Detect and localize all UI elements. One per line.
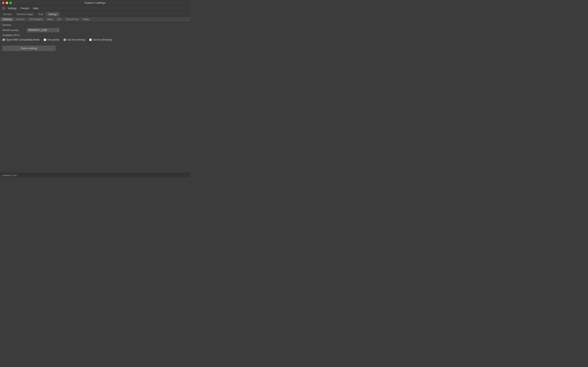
use-priority-checkbox[interactable] xyxy=(44,39,46,41)
subtab-other[interactable]: Other xyxy=(45,17,55,21)
priority-select[interactable]: PRIORITY_LOW ▾ xyxy=(27,28,60,32)
render-priority-row: Render priority PRIORITY_LOW ▾ xyxy=(2,28,187,32)
minimize-button[interactable] xyxy=(6,2,8,4)
main-content: Devices Render priority PRIORITY_LOW ▾ A… xyxy=(0,22,190,173)
gpu-checkbox-item[interactable]: Gpu0:AMD Compatibility Mode xyxy=(2,38,40,41)
use-for-tonemap-label: Use for tonemap xyxy=(67,38,85,41)
window-title: Octane X settings xyxy=(85,1,105,4)
menu-presets[interactable]: Presets xyxy=(19,7,31,10)
gpu-label: Gpu0:AMD Compatibility Mode xyxy=(6,38,40,41)
use-priority-checkbox-item[interactable]: Use priority xyxy=(44,38,60,41)
gpu-row: Gpu0:AMD Compatibility Mode Use priority… xyxy=(2,38,187,41)
subtab-devices[interactable]: Devices xyxy=(1,17,14,21)
use-for-denoising-checkbox-item[interactable]: Use for denoising xyxy=(89,38,112,41)
tab-camera-imager[interactable]: Camera Imager xyxy=(14,12,36,17)
window-controls xyxy=(2,2,12,4)
menubar: ☰ Settings Presets Help xyxy=(0,6,190,11)
tab-kernels[interactable]: Kernels xyxy=(1,12,14,17)
menu-help[interactable]: Help xyxy=(31,7,40,10)
close-button[interactable] xyxy=(2,2,4,4)
devices-section-title: Devices xyxy=(2,24,187,26)
gpu-checkbox[interactable] xyxy=(2,39,5,41)
subtab-account[interactable]: Account xyxy=(14,17,26,21)
priority-value: PRIORITY_LOW xyxy=(28,29,47,32)
status-text: Updated: 0 ms. xyxy=(2,174,17,176)
device-settings-button[interactable]: Device settings xyxy=(2,46,56,51)
tab-settings[interactable]: Settings xyxy=(46,12,60,17)
available-gpus-label: Available GPUs xyxy=(2,34,187,37)
subtab-env[interactable]: Env. xyxy=(55,17,64,21)
tabbar: Kernels Camera Imager Post Settings xyxy=(0,11,190,17)
subtab-out-of-core[interactable]: Out-of-core xyxy=(64,17,80,21)
subtabbar: Devices Account C4D shaders Other Env. O… xyxy=(0,17,190,22)
titlebar: Octane X settings xyxy=(0,0,190,6)
use-for-tonemap-checkbox-item[interactable]: Use for tonemap xyxy=(63,38,85,41)
use-for-tonemap-checkbox[interactable] xyxy=(63,39,66,41)
use-priority-label: Use priority xyxy=(47,38,60,41)
subtab-nodes[interactable]: Nodes xyxy=(80,17,92,21)
menu-icon[interactable]: ☰ xyxy=(2,7,5,10)
use-for-denoising-checkbox[interactable] xyxy=(89,39,92,41)
tab-post[interactable]: Post xyxy=(36,12,46,17)
statusbar: Updated: 0 ms. xyxy=(0,173,190,177)
subtab-c4d-shaders[interactable]: C4D shaders xyxy=(26,17,45,21)
menu-settings[interactable]: Settings xyxy=(6,7,18,10)
render-priority-label: Render priority xyxy=(2,29,27,32)
chevron-down-icon: ▾ xyxy=(57,29,58,31)
maximize-button[interactable] xyxy=(9,2,12,4)
use-for-denoising-label: Use for denoising xyxy=(93,38,112,41)
